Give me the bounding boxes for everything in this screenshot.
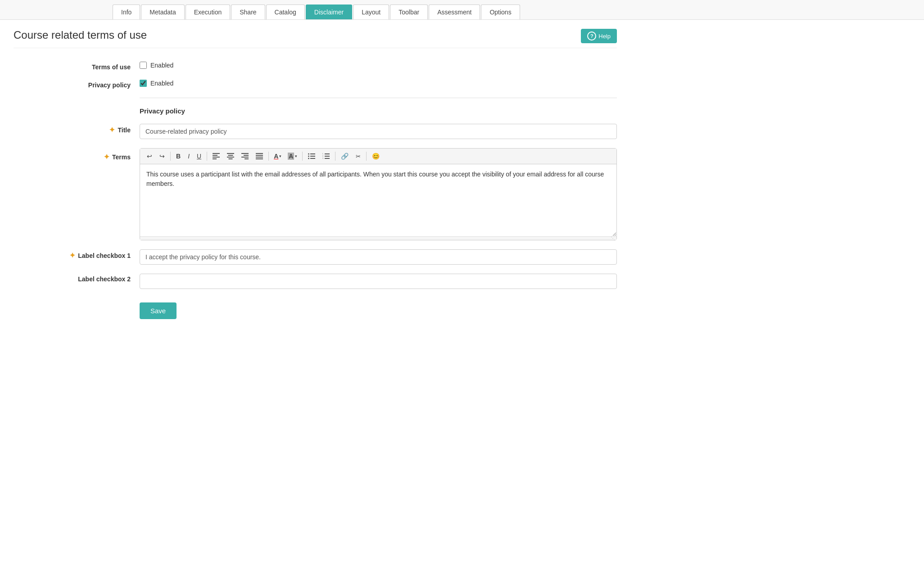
svg-text:3.: 3.	[322, 158, 324, 159]
label-checkbox2-label: Label checkbox 2	[14, 274, 140, 283]
terms-editor: ↩ ↪ B I U	[140, 148, 617, 240]
tab-info[interactable]: Info	[113, 5, 140, 19]
toolbar-sep-5	[335, 152, 335, 161]
privacy-policy-checkbox[interactable]	[140, 80, 147, 87]
title-required-star: ✦	[109, 126, 115, 134]
align-center-button[interactable]	[224, 151, 237, 161]
align-left-button[interactable]	[209, 151, 223, 161]
label-checkbox2-row: Label checkbox 2	[14, 274, 617, 289]
section-divider	[140, 98, 617, 98]
svg-rect-9	[244, 155, 249, 156]
link-button[interactable]: 🔗	[338, 151, 352, 162]
font-color-icon: A	[274, 153, 278, 160]
terms-of-use-control: Enabled	[140, 62, 617, 69]
privacy-policy-toggle-label: Privacy policy	[14, 80, 140, 89]
tab-catalog[interactable]: Catalog	[266, 5, 305, 19]
terms-label: ✦ Terms	[14, 148, 140, 161]
underline-button[interactable]: U	[194, 151, 204, 162]
font-color-chevron: ▾	[279, 154, 281, 158]
toolbar-sep-1	[170, 152, 171, 161]
tab-layout[interactable]: Layout	[353, 5, 389, 19]
svg-rect-2	[213, 157, 220, 158]
svg-rect-1	[213, 155, 217, 156]
svg-rect-10	[241, 157, 249, 158]
privacy-policy-section-heading: Privacy policy	[140, 107, 617, 115]
title-input[interactable]	[140, 124, 617, 139]
label-checkbox1-input[interactable]	[140, 249, 617, 265]
terms-of-use-enabled-label: Enabled	[150, 62, 173, 69]
highlight-chevron: ▾	[295, 154, 297, 158]
editor-resize-handle: ⋱	[140, 236, 616, 240]
svg-rect-13	[256, 155, 263, 156]
highlight-icon: A	[288, 153, 294, 160]
tab-options[interactable]: Options	[481, 5, 520, 19]
align-right-button[interactable]	[238, 151, 252, 161]
svg-point-18	[308, 156, 309, 157]
bullet-list-button[interactable]	[305, 151, 318, 161]
toolbar-sep-6	[366, 152, 367, 161]
title-label: ✦ Title	[14, 124, 140, 134]
tab-disclaimer[interactable]: Disclaimer	[306, 5, 352, 19]
label-checkbox2-input[interactable]	[140, 274, 617, 289]
svg-rect-4	[227, 153, 234, 154]
svg-rect-23	[325, 153, 330, 154]
italic-button[interactable]: I	[185, 151, 193, 162]
tab-assessment[interactable]: Assessment	[429, 5, 480, 19]
terms-editor-body[interactable]: This course uses a participant list with…	[140, 164, 616, 236]
title-row: ✦ Title	[14, 124, 617, 139]
bold-button[interactable]: B	[173, 151, 184, 162]
undo-button[interactable]: ↩	[144, 151, 155, 162]
label-checkbox2-control	[140, 274, 617, 289]
tab-bar: Info Metadata Execution Share Catalog Di…	[0, 0, 924, 20]
save-button[interactable]: Save	[140, 302, 177, 319]
svg-text:2.: 2.	[322, 155, 324, 157]
svg-point-16	[308, 153, 309, 155]
tab-metadata[interactable]: Metadata	[141, 5, 184, 19]
redo-button[interactable]: ↪	[156, 151, 168, 162]
terms-of-use-row: Terms of use Enabled	[14, 62, 617, 71]
page-header: Course related terms of use Help	[14, 29, 617, 48]
svg-rect-25	[325, 156, 330, 157]
toolbar-sep-2	[207, 152, 207, 161]
svg-text:1.: 1.	[322, 153, 324, 155]
numbered-list-button[interactable]: 1.2.3.	[319, 151, 333, 161]
page-title: Course related terms of use	[14, 29, 147, 41]
help-button[interactable]: Help	[581, 29, 617, 43]
main-content: Course related terms of use Help Terms o…	[0, 20, 630, 333]
svg-rect-6	[227, 157, 234, 158]
highlight-button[interactable]: A ▾	[285, 151, 300, 162]
label-checkbox1-row: ✦ Label checkbox 1	[14, 249, 617, 265]
terms-required-star: ✦	[104, 153, 109, 161]
svg-point-20	[308, 158, 309, 159]
resize-icon: ⋱	[611, 236, 615, 241]
editor-toolbar: ↩ ↪ B I U	[140, 149, 616, 164]
svg-rect-12	[256, 153, 263, 154]
label-checkbox1-control	[140, 249, 617, 265]
svg-rect-27	[325, 158, 330, 159]
unlink-button[interactable]: ✂	[353, 151, 364, 162]
tab-share[interactable]: Share	[231, 5, 265, 19]
svg-rect-0	[213, 153, 220, 154]
privacy-policy-toggle-row: Privacy policy Enabled	[14, 80, 617, 89]
title-control	[140, 124, 617, 139]
font-color-button[interactable]: A ▾	[271, 151, 284, 162]
svg-rect-14	[256, 157, 263, 158]
toolbar-sep-3	[268, 152, 269, 161]
svg-rect-3	[213, 158, 217, 159]
tab-execution[interactable]: Execution	[186, 5, 230, 19]
svg-rect-8	[241, 153, 249, 154]
svg-rect-17	[310, 153, 315, 154]
terms-of-use-label: Terms of use	[14, 62, 140, 71]
emoji-button[interactable]: 😊	[369, 151, 383, 162]
terms-of-use-checkbox[interactable]	[140, 62, 147, 69]
svg-rect-19	[310, 156, 315, 157]
svg-rect-21	[310, 158, 315, 159]
svg-rect-5	[228, 155, 233, 156]
toolbar-sep-4	[302, 152, 303, 161]
align-justify-button[interactable]	[253, 151, 266, 161]
tab-toolbar[interactable]: Toolbar	[390, 5, 428, 19]
svg-rect-15	[256, 158, 263, 159]
privacy-policy-enabled-label: Enabled	[150, 80, 173, 87]
label-checkbox1-label: ✦ Label checkbox 1	[14, 249, 140, 260]
privacy-policy-toggle-control: Enabled	[140, 80, 617, 87]
